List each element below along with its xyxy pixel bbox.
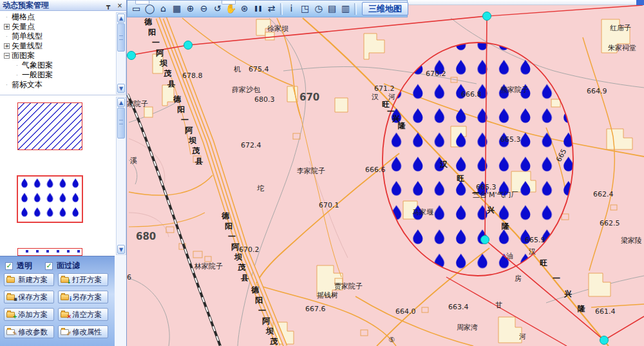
vertex-handle[interactable] — [184, 41, 193, 50]
props-folder-icon: ✐ — [61, 328, 70, 336]
panel-title: 动态预案管理 — [0, 0, 103, 11]
map-label: 一 — [472, 189, 480, 198]
pause-icon[interactable]: ❚❚ — [251, 2, 265, 15]
measure-area-icon[interactable]: ⌂ — [156, 2, 170, 15]
tree-item-0[interactable]: ·栅格点 — [1, 12, 116, 22]
panel-scroll-gutter — [115, 256, 126, 346]
map-label: 一 — [553, 274, 560, 283]
plan-button-label: 修改参数 — [18, 327, 48, 337]
zoom-out-icon[interactable]: ⊖ — [197, 2, 211, 15]
map-label: 县 — [167, 79, 175, 88]
tree-expand-icon[interactable]: + — [4, 43, 10, 49]
map-label: 德 — [221, 211, 230, 220]
pattern-swatch-drops-selected[interactable] — [17, 175, 83, 223]
map-label: 670 — [299, 91, 319, 103]
map-label: 664.0 — [395, 307, 416, 316]
scroll-down-icon[interactable]: ▼ — [117, 84, 125, 93]
tree-item-6[interactable]: ·一般图案 — [1, 70, 116, 80]
plan-button-label: 另存方案 — [72, 293, 102, 302]
tree-item-label: 简单线型 — [12, 32, 43, 41]
tree-item-5[interactable]: ·气象图案 — [1, 61, 116, 70]
plan-button-open[interactable]: ↓打开方案 — [58, 273, 108, 286]
scroll-down-icon[interactable]: ▼ — [117, 245, 125, 254]
vertex-handle[interactable] — [600, 336, 609, 345]
export-icon[interactable]: ◳ — [298, 2, 312, 15]
scrollbar-thumb[interactable] — [117, 108, 125, 139]
dock-tab[interactable] — [222, 1, 236, 5]
map-label: 茂 — [191, 146, 200, 155]
pattern-swatch-hatch[interactable] — [17, 102, 82, 150]
history-clock-icon[interactable]: ◷ — [312, 2, 325, 15]
map-label: 汉 — [529, 247, 536, 256]
map-label: 河 — [519, 332, 526, 341]
vertex-handle[interactable] — [481, 236, 489, 244]
pin-icon[interactable]: ┳ — [103, 1, 113, 10]
map-label: 阿 — [185, 126, 193, 135]
map-label: 李家院子 — [297, 167, 325, 175]
map-label: 坝 — [265, 327, 274, 336]
tree-item-7[interactable]: ·箭标文本 — [1, 80, 116, 90]
plan-button-new[interactable]: 新建方案 — [4, 273, 54, 286]
scroll-up-icon[interactable]: ▲ — [117, 14, 125, 23]
map-label: 661.4 — [595, 307, 616, 316]
print-icon[interactable]: ▥ — [339, 2, 352, 15]
plan-button-label: 添加方案 — [18, 310, 48, 320]
pattern-swatch-partial[interactable] — [17, 248, 82, 256]
pattern-list: ▲ ▼ — [0, 95, 126, 256]
map-label: 隆 — [578, 304, 585, 313]
drops-preview — [18, 177, 82, 222]
info-icon[interactable]: i — [285, 2, 298, 15]
tree-item-label: 一般图案 — [22, 70, 53, 80]
map-label: 汉 — [439, 160, 448, 169]
zoom-select-icon[interactable]: ⊛ — [238, 2, 251, 15]
tree-item-4[interactable]: −面图案 — [1, 51, 116, 61]
plan-button-props[interactable]: ✐修改属性 — [58, 325, 108, 338]
refresh-swap-icon[interactable]: ⇄ — [265, 2, 278, 15]
map-label: 德 — [173, 95, 182, 104]
vertex-handle[interactable] — [483, 12, 491, 21]
map-label: 一 — [228, 232, 236, 241]
zoom-in-icon[interactable]: ⊕ — [184, 2, 197, 15]
print-setup-icon[interactable]: ▤ — [325, 2, 339, 15]
tree-item-2[interactable]: ·简单线型 — [1, 32, 116, 41]
tree-expand-icon[interactable]: + — [4, 24, 10, 30]
tree-item-label: 矢量点 — [12, 22, 35, 32]
tree-item-1[interactable]: +矢量点 — [1, 22, 116, 32]
scroll-up-icon[interactable]: ▲ — [117, 98, 125, 107]
scrollbar-thumb[interactable] — [117, 23, 125, 52]
map-label: 薛家沙包 — [232, 86, 261, 94]
map-canvas[interactable]: 徐家坝薛家沙包机李家院子林家院子贾家院子摇钱树熊家院子红庙子朱家祠堂马家堰周家湾… — [127, 0, 644, 346]
plan-button-saveas[interactable]: i另存方案 — [58, 291, 108, 303]
pattern-scrollbar[interactable]: ▲ ▼ — [116, 97, 126, 255]
plan-manager-panel: 动态预案管理 ┳ × ·栅格点+矢量点·简单线型+矢量线型−面图案·气象图案·一… — [0, 0, 127, 346]
saveas-folder-icon: i — [61, 293, 70, 301]
application-window: 徐家坝薛家沙包机李家院子林家院子贾家院子摇钱树熊家院子红庙子朱家祠堂马家堰周家湾… — [0, 0, 644, 346]
map-label: 坝 — [159, 59, 167, 68]
plan-button-params[interactable]: ✎修改参数 — [4, 325, 54, 338]
pattern-dashes — [18, 250, 82, 253]
map-label: 坝 — [188, 136, 196, 145]
dock-tab[interactable] — [135, 1, 149, 5]
checkbox-1[interactable]: ✓ — [45, 262, 53, 270]
grid-icon[interactable]: ▦ — [170, 2, 184, 15]
tree-item-3[interactable]: +矢量线型 — [1, 41, 116, 51]
tree-scrollbar[interactable]: ▲ ▼ — [116, 12, 126, 94]
plan-button-clear[interactable]: ×清空方案 — [58, 308, 108, 321]
map-label: 房 — [515, 274, 522, 283]
map-label: 油 — [506, 252, 513, 260]
map-label: 兴 — [486, 206, 495, 215]
clear-folder-icon: × — [61, 311, 70, 318]
close-icon[interactable]: × — [115, 1, 125, 10]
plan-options-panel: ✓透明✓面过滤 新建方案↓打开方案▪保存方案i另存方案+添加方案×清空方案✎修改… — [0, 256, 115, 346]
map-label: 林家院子 — [194, 262, 223, 271]
tree-expand-icon[interactable]: − — [4, 53, 10, 59]
checkbox-0[interactable]: ✓ — [5, 262, 13, 270]
map-label: 家院子 — [127, 100, 148, 108]
vertex-handle[interactable] — [128, 52, 136, 60]
tree-item-label: 面图案 — [12, 51, 35, 61]
map-label: 德 — [144, 17, 153, 26]
map-3d-button[interactable]: 三维地图 — [362, 2, 408, 15]
map-label: 朱家祠堂 — [608, 44, 636, 52]
plan-button-add[interactable]: +添加方案 — [4, 308, 54, 321]
plan-button-save[interactable]: ▪保存方案 — [4, 291, 54, 303]
